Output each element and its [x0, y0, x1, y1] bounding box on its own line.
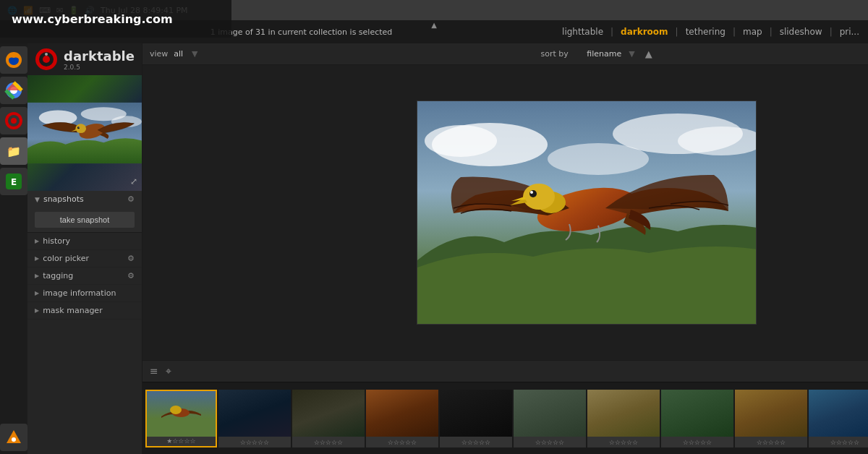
app-container: ▲ 1 image of 31 in current collection is…: [0, 20, 868, 454]
snapshots-gear-icon[interactable]: ⚙: [127, 194, 135, 204]
sort-by-label: sort by: [541, 49, 569, 59]
taskbar-vlc[interactable]: [0, 424, 27, 451]
film-stars-7: ☆☆☆☆☆: [609, 439, 638, 446]
filmstrip-thumb-9[interactable]: ☆☆☆☆☆: [735, 390, 807, 447]
mask-manager-triangle: ▶: [35, 307, 39, 314]
filmstrip-thumb-8[interactable]: ☆☆☆☆☆: [661, 390, 733, 447]
svg-text:E: E: [11, 177, 17, 187]
left-panel: darktable 2.0.5: [27, 43, 142, 454]
nav-darkroom[interactable]: darkroom: [618, 27, 671, 37]
film-stars-9: ☆☆☆☆☆: [757, 439, 786, 446]
snapshots-body: take snapshot: [27, 207, 142, 232]
app-title: darktable: [64, 48, 135, 64]
svg-point-31: [523, 184, 555, 210]
view-all-option[interactable]: all: [174, 49, 183, 59]
taskbar-files[interactable]: 📁: [0, 137, 27, 165]
filmstrip-thumb-5[interactable]: ☆☆☆☆☆: [440, 390, 512, 447]
darktable-header: darktable 2.0.5: [27, 43, 142, 75]
taskbar: 📁 E: [0, 43, 27, 454]
svg-point-36: [170, 406, 182, 414]
film-stars-4: ☆☆☆☆☆: [388, 439, 417, 446]
nav-slideshow[interactable]: slideshow: [777, 27, 825, 37]
taskbar-firefox[interactable]: [0, 46, 27, 74]
film-stars-2: ☆☆☆☆☆: [240, 439, 269, 446]
filmstrip: ★☆☆☆☆ ☆☆☆☆☆ ☆☆☆☆☆ ☆☆☆☆☆: [142, 382, 868, 454]
tagging-gear-icon[interactable]: ⚙: [127, 271, 135, 280]
taskbar-chrome[interactable]: [0, 77, 27, 104]
center-bottom-toolbar: ≡ ⌖ ⊡ ▶ ⚠: [142, 360, 868, 382]
svg-point-28: [548, 143, 649, 175]
svg-point-32: [529, 190, 537, 197]
center-panel: view all ▼ sort by filename ▼ ▲ ↻ ☆ ⚙: [142, 43, 868, 454]
film-stars-3: ☆☆☆☆☆: [314, 439, 343, 446]
nav-arrow-up[interactable]: ▲: [431, 20, 437, 29]
image-info-triangle: ▶: [35, 290, 39, 296]
film-stars-10: ☆☆☆☆☆: [830, 439, 859, 446]
snapshots-header[interactable]: ▼ snapshots ⚙: [27, 191, 142, 207]
svg-point-6: [11, 118, 17, 124]
color-picker-item[interactable]: ▶ color picker ⚙: [27, 250, 142, 267]
filmstrip-icon[interactable]: ≡: [150, 365, 158, 377]
preview-eagle-svg: [27, 75, 142, 191]
history-triangle: ▶: [35, 238, 39, 244]
url-bar: www.cyberbreaking.com: [0, 0, 231, 38]
taskbar-darktable[interactable]: [0, 107, 27, 134]
svg-point-25: [425, 125, 497, 157]
nav-print[interactable]: pri...: [837, 27, 862, 37]
system-bar: www.cyberbreaking.com 🌐 📶 ⌨ ✉ 🔋 🔊 Thu Ju…: [0, 0, 868, 20]
svg-point-10: [12, 437, 16, 442]
filmstrip-thumb-4[interactable]: ☆☆☆☆☆: [366, 390, 438, 447]
svg-point-14: [45, 53, 48, 56]
svg-point-13: [43, 56, 50, 63]
snapshots-title: ▼ snapshots: [35, 194, 84, 204]
url-text: www.cyberbreaking.com: [12, 12, 173, 26]
mask-manager-item[interactable]: ▶ mask manager: [27, 302, 142, 320]
expand-icon[interactable]: ⤢: [130, 176, 137, 187]
filmstrip-thumb-3[interactable]: ☆☆☆☆☆: [292, 390, 365, 447]
nav-map[interactable]: map: [740, 27, 765, 37]
film-stars-8: ☆☆☆☆☆: [683, 439, 712, 446]
bottom-left-icons: ≡ ⌖: [150, 365, 171, 377]
svg-point-20: [75, 124, 86, 133]
filmstrip-thumb-6[interactable]: ☆☆☆☆☆: [514, 390, 586, 447]
main-content: 📁 E: [0, 43, 868, 454]
view-label: view: [150, 49, 168, 59]
color-picker-gear-icon[interactable]: ⚙: [127, 254, 135, 263]
left-panel-items: ▶ history ▶ color picker ⚙ ▶ tagging: [27, 233, 142, 454]
sort-asc-icon[interactable]: ▲: [645, 48, 652, 59]
take-snapshot-button[interactable]: take snapshot: [35, 212, 135, 228]
tagging-item[interactable]: ▶ tagging ⚙: [27, 267, 142, 285]
main-image-container: [142, 65, 868, 360]
color-picker-triangle: ▶: [35, 255, 39, 262]
svg-point-21: [77, 127, 80, 129]
image-information-item[interactable]: ▶ image information: [27, 285, 142, 302]
sort-dropdown-arrow[interactable]: ▼: [629, 49, 634, 59]
nav-lighttable[interactable]: lighttable: [559, 27, 606, 37]
darktable-logo: [35, 48, 58, 71]
svg-point-33: [530, 191, 533, 194]
film-stars-5: ☆☆☆☆☆: [461, 439, 490, 446]
preview-image[interactable]: ⤢: [27, 75, 142, 191]
main-eagle-svg: [417, 101, 757, 325]
filmstrip-thumb-10[interactable]: ☆☆☆☆☆: [809, 390, 868, 447]
snapshots-arrow: ▼: [35, 196, 40, 203]
filmstrip-thumb-1[interactable]: ★☆☆☆☆: [145, 390, 217, 447]
view-dropdown-arrow[interactable]: ▼: [192, 49, 197, 59]
film-stars-6: ☆☆☆☆☆: [535, 439, 564, 446]
history-item[interactable]: ▶ history: [27, 233, 142, 250]
film-stars-1: ★☆☆☆☆: [166, 437, 195, 445]
sort-value[interactable]: filename: [587, 49, 621, 59]
snapshots-section: ▼ snapshots ⚙ take snapshot: [27, 191, 142, 233]
darktable-title-area: darktable 2.0.5: [64, 48, 135, 71]
svg-point-22: [79, 127, 80, 128]
view-bar: view all ▼ sort by filename ▼ ▲ ↻ ☆ ⚙: [142, 43, 868, 65]
filmstrip-thumb-7[interactable]: ☆☆☆☆☆: [587, 390, 660, 447]
tagging-triangle: ▶: [35, 273, 39, 279]
main-image[interactable]: [417, 100, 757, 325]
nav-links: lighttable | darkroom | tethering | map …: [559, 27, 868, 37]
taskbar-app2[interactable]: E: [0, 168, 27, 195]
compare-icon[interactable]: ⌖: [166, 365, 171, 377]
nav-tethering[interactable]: tethering: [683, 27, 728, 37]
app-version: 2.0.5: [64, 64, 135, 71]
filmstrip-thumb-2[interactable]: ☆☆☆☆☆: [218, 390, 291, 447]
